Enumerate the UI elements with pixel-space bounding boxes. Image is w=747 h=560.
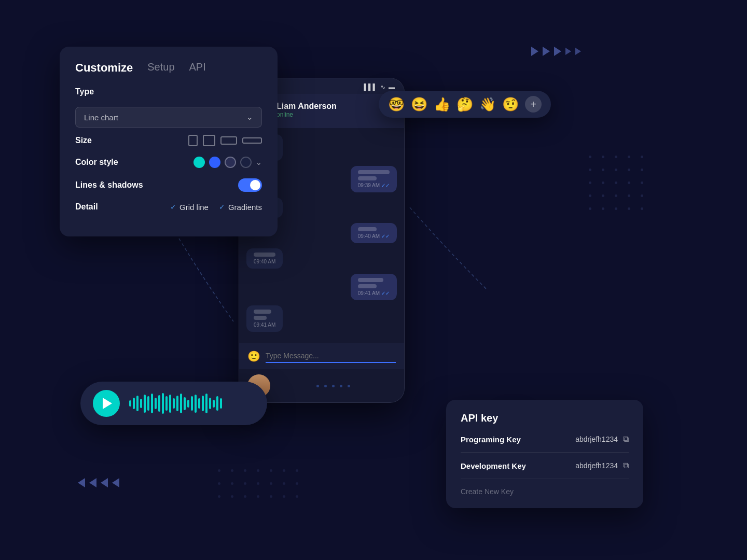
arrows-bottom-decoration [78, 478, 119, 487]
msg-line [254, 253, 275, 257]
wave-bar [158, 395, 160, 412]
grid-line-option[interactable]: ✓ Grid line [170, 203, 209, 212]
development-key-value-area: abdrjefh1234 ⧉ [575, 461, 629, 470]
read-check-icon: ✓✓ [381, 183, 390, 188]
msg-line [358, 278, 383, 282]
gradients-label: Gradients [228, 203, 262, 212]
dots-decoration-1 [589, 156, 643, 220]
development-key-row: Development Key abdrjefh1234 ⧉ [461, 461, 629, 470]
msg-line [254, 310, 271, 314]
msg-time-5: 09:40 AM [254, 259, 275, 264]
chat-user-status: online [276, 111, 395, 118]
msg-time-2: 09:39 AM ✓✓ [358, 183, 390, 188]
type-section: Type [75, 87, 262, 96]
msg-time-6: 09:41 AM ✓✓ [358, 290, 390, 296]
lines-shadows-section: Lines & shadows [75, 178, 262, 192]
color-teal[interactable] [193, 157, 205, 168]
create-new-key-button[interactable]: Create New Key [461, 487, 629, 496]
color-chevron-icon[interactable]: ⌄ [256, 158, 262, 166]
message-5: 09:40 AM [246, 248, 397, 274]
msg-line [254, 316, 267, 320]
emoji-thumbsup[interactable]: 👍 [434, 96, 450, 113]
wave-bar [151, 394, 153, 413]
play-button[interactable] [93, 390, 120, 417]
wave-bar [202, 396, 204, 411]
chat-input-bar: 🙂 [239, 343, 404, 369]
wave-bar [155, 398, 157, 409]
emoji-laugh[interactable]: 😆 [411, 96, 427, 113]
type-label: Type [75, 87, 94, 96]
wave-bar [165, 396, 168, 411]
msg-line [358, 176, 377, 180]
gradients-option[interactable]: ✓ Gradients [219, 203, 262, 212]
gridline-label: Grid line [179, 203, 209, 212]
msg-line [358, 284, 377, 288]
wave-bar [133, 398, 135, 409]
tab-api[interactable]: API [189, 61, 206, 75]
emoji-more-button[interactable]: + [525, 96, 542, 113]
read-check-icon-2: ✓✓ [381, 233, 390, 239]
color-options: ⌄ [193, 157, 262, 168]
detail-section: Detail ✓ Grid line ✓ Gradients [75, 202, 262, 212]
gridline-check-icon: ✓ [170, 203, 176, 211]
size-option-sm[interactable] [203, 135, 215, 146]
play-icon [103, 398, 112, 409]
development-key-label: Development Key [461, 461, 526, 470]
programming-key-row: Programing Key abdrjefh1234 ⧉ [461, 435, 629, 444]
panel-tabs: Customize Setup API [75, 61, 262, 75]
tab-setup[interactable]: Setup [147, 61, 174, 75]
wave-bar [216, 396, 218, 411]
msg-bubble-sent-1: 09:39 AM ✓✓ [351, 166, 397, 192]
message-input[interactable] [266, 349, 396, 363]
wave-bar [180, 394, 182, 413]
color-blue[interactable] [209, 157, 220, 168]
emoji-wave[interactable]: 👋 [479, 96, 496, 113]
color-darkalt[interactable] [240, 157, 252, 168]
wave-bar [169, 395, 171, 413]
emoji-thinking[interactable]: 🤔 [457, 96, 473, 113]
msg-bubble-sent-2: 09:40 AM ✓✓ [351, 223, 397, 243]
msg-time-7: 09:41 AM [254, 322, 275, 328]
tab-customize[interactable]: Customize [75, 61, 133, 75]
wave-bar [136, 396, 139, 411]
chevron-down-icon: ⌄ [246, 113, 253, 122]
color-dark[interactable] [225, 157, 236, 168]
message-7: 09:41 AM [246, 305, 397, 337]
voice-player [80, 382, 267, 425]
size-option-md[interactable] [220, 136, 237, 145]
size-section: Size [75, 135, 262, 146]
programming-key-label: Programing Key [461, 435, 521, 444]
emoji-button[interactable]: 🙂 [247, 350, 260, 362]
wave-bar [162, 393, 164, 414]
emoji-smirk[interactable]: 🤨 [502, 96, 519, 113]
wave-bar [187, 400, 189, 408]
color-style-label: Color style [75, 158, 118, 167]
wave-bar [205, 394, 208, 413]
color-style-section: Color style ⌄ [75, 157, 262, 168]
programming-key-value: abdrjefh1234 [575, 435, 618, 443]
wave-bar [209, 398, 211, 409]
copy-development-key-button[interactable]: ⧉ [623, 461, 629, 470]
arrows-top-decoration [531, 47, 581, 56]
emoji-nerd[interactable]: 🤓 [388, 96, 405, 113]
copy-programming-key-button[interactable]: ⧉ [623, 435, 629, 444]
size-option-xs[interactable] [188, 135, 198, 146]
msg-bubble-sent-3: 09:41 AM ✓✓ [351, 274, 397, 300]
api-panel: API key Programing Key abdrjefh1234 ⧉ De… [446, 400, 643, 508]
lines-shadows-toggle[interactable] [238, 178, 262, 192]
msg-bubble-received-4: 09:41 AM [246, 305, 283, 332]
detail-options: ✓ Grid line ✓ Gradients [170, 203, 262, 212]
gradients-check-icon: ✓ [219, 203, 225, 211]
signal-icon: ▌▌▌ [364, 83, 377, 91]
type-dropdown[interactable]: Line chart ⌄ [75, 107, 262, 128]
wave-bar [173, 398, 175, 409]
dots-row-footer [270, 385, 396, 387]
battery-icon: ▬ [389, 83, 395, 91]
lines-shadows-label: Lines & shadows [75, 180, 143, 190]
wave-bar [129, 400, 131, 407]
wave-bar [140, 399, 142, 408]
chat-user-info: Liam Anderson online [276, 102, 395, 118]
wave-bar [195, 395, 197, 413]
chat-user-name: Liam Anderson [276, 102, 395, 111]
size-option-lg[interactable] [242, 137, 262, 144]
